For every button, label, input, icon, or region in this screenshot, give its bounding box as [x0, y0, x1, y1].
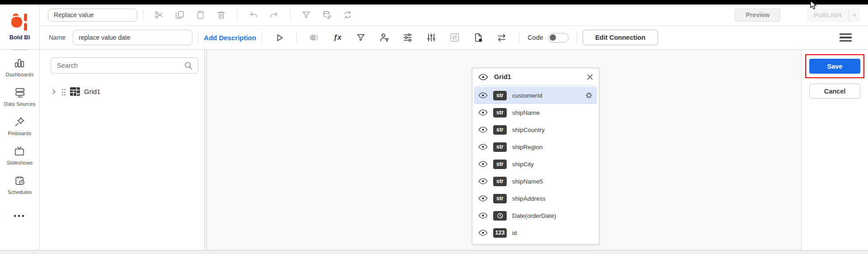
filter-icon[interactable]: [301, 9, 312, 20]
paste-icon[interactable]: [195, 9, 206, 20]
brand-logo-block[interactable]: Bold BI: [0, 5, 40, 49]
tv-icon: [14, 146, 25, 157]
field-name: customerId: [512, 92, 579, 99]
undo-icon[interactable]: [248, 9, 259, 20]
swap-transform-icon[interactable]: [496, 32, 507, 43]
field-row[interactable]: 123 id: [474, 224, 597, 241]
field-settings-gear-icon[interactable]: [585, 91, 593, 99]
sidebar-item-dashboards[interactable]: Dashboards: [5, 57, 33, 77]
bold-bi-logo-icon: [10, 13, 29, 31]
page-preview-icon[interactable]: [473, 32, 484, 43]
chevron-right-icon[interactable]: [51, 89, 57, 95]
field-visibility-eye-icon[interactable]: [478, 144, 488, 150]
annotation-save-highlight: Save: [805, 54, 864, 78]
field-visibility-eye-icon[interactable]: [478, 161, 488, 167]
join-tables-icon[interactable]: [308, 32, 319, 43]
preview-button[interactable]: Preview: [735, 9, 780, 22]
field-row[interactable]: str shipAddress: [474, 190, 597, 207]
publish-button[interactable]: PUBLISH ▾: [807, 9, 860, 22]
panel-divider: [477, 85, 594, 86]
clean-data-icon[interactable]: [322, 9, 332, 20]
add-description-link[interactable]: Add Description: [204, 34, 256, 42]
field-visibility-eye-icon[interactable]: [478, 195, 488, 202]
data-sources-icon: [14, 87, 26, 99]
code-toggle[interactable]: [548, 33, 569, 42]
field-type-badge: str: [493, 177, 507, 186]
field-visibility-eye-icon[interactable]: [478, 212, 488, 219]
edit-connection-button[interactable]: Edit Connection: [583, 30, 658, 45]
field-row[interactable]: Date(orderDate): [474, 207, 597, 224]
fx-glyph: ƒx: [333, 33, 341, 42]
user-filter-icon[interactable]: [379, 32, 390, 43]
sidebar-item-schedules[interactable]: Schedules: [8, 175, 32, 195]
field-row[interactable]: str shipName5: [474, 173, 597, 190]
bold-bi-datasource-editor: Bold BI: [0, 0, 868, 254]
field-visibility-eye-icon[interactable]: [478, 178, 488, 184]
table-grid-icon: [70, 87, 80, 96]
sidebar-more-icon[interactable]: •••: [14, 212, 26, 221]
refresh-icon[interactable]: [342, 9, 353, 20]
copy-icon[interactable]: [174, 9, 185, 20]
delete-icon[interactable]: [216, 9, 227, 20]
name-label: Name: [49, 34, 65, 41]
settings-sliders-icon[interactable]: [402, 32, 413, 43]
sidebar-item-label: Data Sources: [4, 101, 36, 107]
app-window: Bold BI: [0, 5, 868, 250]
data-filter-icon[interactable]: [355, 32, 366, 43]
field-visibility-eye-icon[interactable]: [478, 92, 488, 99]
column-settings-icon[interactable]: [426, 32, 437, 43]
toolbar-separator: [261, 32, 262, 44]
app-sidebar: Dashboards Data Sources: [0, 50, 40, 250]
toolbar-separator: [290, 9, 290, 21]
sidebar-item-data-sources[interactable]: Data Sources: [4, 87, 36, 107]
cut-icon[interactable]: [154, 9, 164, 20]
field-name: Date(orderDate): [512, 212, 593, 219]
field-type-badge: str: [493, 142, 507, 152]
dashboards-icon: [14, 57, 25, 69]
field-name: shipCountry: [512, 127, 593, 133]
drag-handle-icon[interactable]: [61, 88, 65, 95]
field-type-badge: str: [493, 91, 507, 100]
field-visibility-eye-icon[interactable]: [478, 230, 488, 236]
replace-value-input[interactable]: [48, 9, 137, 22]
field-row[interactable]: str shipCity: [474, 155, 597, 173]
search-input[interactable]: [51, 57, 198, 74]
field-type-badge: [493, 211, 507, 221]
field-panel: Grid1 str customerId: [472, 68, 599, 245]
grouping-panel-icon[interactable]: [449, 32, 460, 43]
field-name: shipName5: [512, 178, 593, 185]
sidebar-item-label: Pinboards: [8, 131, 32, 136]
field-type-badge: str: [493, 160, 507, 169]
field-visibility-eye-icon[interactable]: [478, 109, 488, 116]
sidebar-item-label: Schedules: [8, 189, 32, 195]
run-query-icon[interactable]: [274, 32, 285, 43]
cancel-button[interactable]: Cancel: [809, 84, 860, 99]
datasource-toolbar: Name Add Description: [40, 26, 868, 49]
toolbar-separator: [237, 9, 238, 21]
publish-caret-icon[interactable]: ▾: [849, 9, 860, 22]
tree-node-grid1[interactable]: Grid1: [51, 87, 198, 96]
datasource-name-input[interactable]: [73, 30, 192, 45]
expression-fx-icon[interactable]: ƒx: [332, 32, 343, 43]
field-row[interactable]: str customerId: [474, 87, 597, 104]
menu-hamburger-icon[interactable]: [840, 33, 852, 42]
toolbar-separator: [577, 32, 577, 44]
main-toolbar: Preview PUBLISH ▾: [40, 5, 868, 26]
redo-icon[interactable]: [269, 9, 280, 20]
table-visibility-eye-icon[interactable]: [478, 74, 488, 80]
table-tree-panel: Grid1: [40, 50, 205, 250]
field-visibility-eye-icon[interactable]: [478, 127, 488, 133]
designer-canvas: Grid1 str customerId: [207, 50, 801, 250]
field-row[interactable]: str shipName: [474, 104, 597, 121]
field-row[interactable]: str shipCountry: [474, 121, 597, 138]
header-chrome: Bold BI: [0, 5, 868, 50]
calendar-clock-icon: [14, 175, 26, 187]
sidebar-item-pinboards[interactable]: Pinboards: [8, 116, 32, 136]
search-icon: [183, 61, 193, 71]
field-type-badge: str: [493, 125, 507, 135]
sidebar-item-slideshows[interactable]: Slideshows: [6, 146, 33, 165]
field-row[interactable]: str shipRegion: [474, 138, 597, 155]
close-icon[interactable]: [587, 74, 593, 80]
save-button[interactable]: Save: [809, 59, 860, 74]
tree-node-label: Grid1: [84, 88, 101, 95]
